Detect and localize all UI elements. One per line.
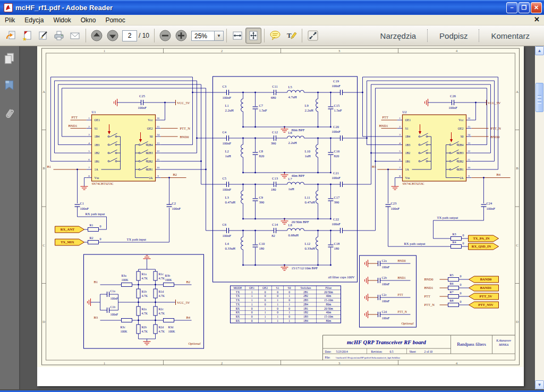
- svg-text:RX: RX: [236, 307, 240, 310]
- create-pdf-button[interactable]: ★: [19, 28, 35, 44]
- svg-text:100K: 100K: [122, 278, 129, 282]
- svg-text:2.2uH: 2.2uH: [305, 108, 313, 112]
- svg-text:0: 0: [265, 299, 266, 302]
- svg-text:680: 680: [271, 96, 276, 99]
- svg-text:100nF: 100nF: [223, 141, 232, 145]
- svg-text:R6: R6: [450, 282, 454, 285]
- fit-page-button[interactable]: [245, 28, 261, 44]
- zoom-in-button[interactable]: [173, 28, 189, 44]
- close-button[interactable]: ✕: [531, 2, 542, 13]
- svg-text:R5: R5: [450, 274, 454, 277]
- svg-text:40m: 40m: [326, 311, 332, 314]
- highlight-text-icon: T: [285, 29, 298, 42]
- next-page-icon: [106, 29, 119, 42]
- scrollbar-thumb[interactable]: [536, 83, 543, 112]
- svg-text:1: 1: [251, 303, 253, 306]
- svg-text:C7: C7: [259, 104, 264, 107]
- svg-text:4.7K: 4.7K: [159, 277, 165, 280]
- svg-text:L7: L7: [288, 177, 293, 181]
- svg-text:RX_QSD_IN: RX_QSD_IN: [472, 244, 491, 248]
- next-page-button[interactable]: [105, 28, 121, 44]
- svg-text:R2a: R2a: [142, 308, 147, 311]
- menu-edycja[interactable]: Edycja: [20, 15, 48, 25]
- svg-text:C1b: C1b: [110, 305, 116, 309]
- svg-text:C20: C20: [333, 125, 339, 129]
- svg-text:1B1: 1B1: [95, 160, 100, 163]
- sign-panel-button[interactable]: Podpisz: [428, 29, 479, 42]
- svg-text:3: 3: [338, 361, 341, 365]
- comment-button[interactable]: [267, 28, 283, 44]
- svg-text:4: 4: [456, 361, 458, 365]
- svg-text:C19: C19: [333, 79, 339, 83]
- tools-panel-button[interactable]: Narzędzia: [369, 29, 428, 42]
- bookmarks-icon[interactable]: [3, 79, 16, 93]
- svg-text:0: 0: [100, 237, 101, 241]
- svg-text:4.7K: 4.7K: [142, 294, 148, 297]
- svg-text:B1: B1: [47, 165, 52, 168]
- scroll-down-button[interactable]: ▼: [535, 380, 544, 389]
- email-button[interactable]: [67, 28, 83, 44]
- menu-okno[interactable]: Okno: [76, 15, 101, 25]
- svg-text:RX path input: RX path input: [86, 212, 105, 216]
- menu-plik[interactable]: Plik: [0, 15, 20, 25]
- svg-text:40m: 40m: [326, 294, 332, 297]
- close-document-icon[interactable]: ✕: [534, 15, 540, 24]
- minimize-button[interactable]: –: [506, 2, 517, 13]
- menu-pomoc[interactable]: Pomoc: [100, 15, 130, 25]
- svg-text:B4: B4: [186, 316, 191, 319]
- svg-text:2B4: 2B4: [148, 143, 153, 147]
- svg-text:R2d: R2d: [159, 326, 164, 329]
- svg-text:RX: RX: [236, 315, 240, 318]
- svg-text:B2: B2: [173, 173, 177, 176]
- svg-text:2B3: 2B3: [303, 299, 308, 302]
- svg-text:1: 1: [288, 319, 290, 322]
- svg-text:C22: C22: [333, 217, 339, 221]
- svg-text:1: 1: [265, 319, 266, 322]
- zoom-dropdown-button[interactable]: ▼: [215, 31, 224, 41]
- svg-text:100nF: 100nF: [332, 176, 341, 180]
- vertical-scrollbar[interactable]: ▲ ▼: [535, 46, 544, 389]
- menu-widok[interactable]: Widok: [48, 15, 75, 25]
- fit-page-icon: [248, 30, 259, 41]
- scroll-up-button[interactable]: ▲: [535, 46, 544, 55]
- svg-text:Vcc: Vcc: [458, 118, 464, 122]
- svg-text:0: 0: [288, 299, 290, 302]
- svg-text:M0NKA: M0NKA: [498, 343, 509, 346]
- svg-text:L10: L10: [305, 149, 310, 153]
- sign-button[interactable]: [35, 28, 51, 44]
- zoom-out-button[interactable]: [157, 28, 173, 44]
- svg-text:C5: C5: [223, 176, 227, 180]
- menu-bar: Plik Edycja Widok Okno Pomoc ✕: [0, 15, 544, 25]
- svg-text:100nF: 100nF: [382, 317, 390, 320]
- svg-text:1A: 1A: [95, 168, 99, 171]
- page-thumbnails-icon[interactable]: [3, 52, 16, 65]
- fullscreen-button[interactable]: [305, 28, 321, 44]
- svg-text:100nF: 100nF: [487, 207, 496, 210]
- svg-text:1B2: 1B2: [405, 151, 411, 155]
- svg-text:R1c: R1c: [159, 272, 164, 276]
- svg-text:390: 390: [334, 200, 339, 204]
- zoom-level-value[interactable]: 25%: [191, 31, 215, 41]
- svg-text:U1: U1: [92, 110, 96, 114]
- previous-page-button[interactable]: [89, 28, 105, 44]
- toolbar: ★: [0, 25, 544, 46]
- svg-text:BND1: BND1: [69, 124, 78, 127]
- svg-text:1B3: 1B3: [303, 315, 308, 318]
- open-button[interactable]: [3, 28, 19, 44]
- svg-text:14: 14: [468, 133, 471, 136]
- restore-button[interactable]: ❐: [518, 2, 530, 13]
- svg-text:5/23/2014: 5/23/2014: [336, 350, 348, 353]
- fit-width-button[interactable]: [230, 28, 245, 44]
- svg-text:80m: 80m: [326, 319, 332, 322]
- document-area[interactable]: 11223344AABBCCDDU1SN74CBT3253C1OE12S131B…: [20, 46, 544, 389]
- svg-text:0: 0: [277, 294, 278, 297]
- svg-text:0.68uH: 0.68uH: [288, 233, 299, 237]
- svg-text:L11: L11: [305, 195, 310, 199]
- page-number-input[interactable]: [122, 30, 137, 41]
- print-button[interactable]: [51, 28, 67, 44]
- comment-panel-button[interactable]: Komentarz: [480, 29, 541, 42]
- attachments-icon[interactable]: [3, 107, 16, 121]
- highlight-text-button[interactable]: T: [283, 28, 299, 44]
- zoom-in-icon: [175, 29, 188, 42]
- svg-text:0.47uH: 0.47uH: [225, 200, 236, 204]
